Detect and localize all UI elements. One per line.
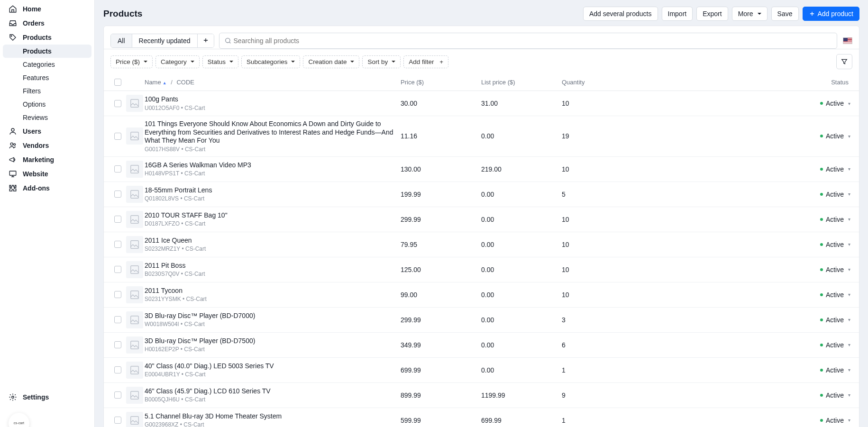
import-button[interactable]: Import bbox=[662, 7, 693, 21]
sidebar-item-filters[interactable]: Filters bbox=[0, 84, 94, 98]
status-dropdown[interactable]: Active ▾ bbox=[820, 391, 850, 399]
col-name[interactable]: Name▲ bbox=[145, 79, 167, 86]
product-thumbnail[interactable] bbox=[126, 336, 143, 354]
product-thumbnail[interactable] bbox=[126, 211, 143, 228]
tab-recently-updated[interactable]: Recently updated bbox=[132, 34, 198, 47]
row-checkbox[interactable] bbox=[114, 366, 121, 373]
cell-quantity[interactable]: 10 bbox=[562, 216, 642, 223]
cell-quantity[interactable]: 1 bbox=[562, 417, 642, 424]
table-row[interactable]: 5.1 Channel Blu-ray 3D Home Theater Syst… bbox=[104, 408, 859, 427]
cell-quantity[interactable]: 6 bbox=[562, 341, 642, 349]
save-button[interactable]: Save bbox=[771, 7, 799, 21]
product-name[interactable]: 5.1 Channel Blu-ray 3D Home Theater Syst… bbox=[145, 412, 401, 421]
cell-list-price[interactable]: 1199.99 bbox=[481, 391, 562, 399]
table-row[interactable]: 3D Blu-ray Disc™ Player (BD-D7500) H0016… bbox=[104, 333, 859, 358]
status-dropdown[interactable]: Active ▾ bbox=[820, 417, 850, 424]
table-row[interactable]: 101 Things Everyone Should Know About Ec… bbox=[104, 116, 859, 157]
cell-price[interactable]: 130.00 bbox=[401, 165, 481, 173]
cell-price[interactable]: 99.00 bbox=[401, 291, 481, 299]
cell-quantity[interactable]: 10 bbox=[562, 165, 642, 173]
row-checkbox[interactable] bbox=[114, 291, 121, 298]
cell-quantity[interactable]: 3 bbox=[562, 316, 642, 324]
row-checkbox[interactable] bbox=[114, 341, 121, 348]
cell-list-price[interactable]: 0.00 bbox=[481, 266, 562, 273]
cell-price[interactable]: 299.99 bbox=[401, 316, 481, 324]
sidebar-item-options[interactable]: Options bbox=[0, 98, 94, 111]
col-code[interactable]: CODE bbox=[176, 79, 194, 86]
table-row[interactable]: 46" Class (45.9" Diag.) LCD 610 Series T… bbox=[104, 383, 859, 408]
row-checkbox[interactable] bbox=[114, 316, 121, 323]
product-name[interactable]: 18-55mm Portrait Lens bbox=[145, 186, 401, 195]
tab-add-button[interactable] bbox=[198, 34, 214, 47]
cell-quantity[interactable]: 10 bbox=[562, 266, 642, 273]
sidebar-item-categories[interactable]: Categories bbox=[0, 58, 94, 71]
row-checkbox[interactable] bbox=[114, 165, 121, 173]
row-checkbox[interactable] bbox=[114, 133, 121, 140]
cell-quantity[interactable]: 10 bbox=[562, 100, 642, 107]
table-row[interactable]: 18-55mm Portrait Lens Q01802L8VS • CS-Ca… bbox=[104, 182, 859, 207]
col-price[interactable]: Price ($) bbox=[401, 79, 481, 86]
filter-toggle-button[interactable] bbox=[836, 54, 852, 69]
cell-price[interactable]: 125.00 bbox=[401, 266, 481, 273]
table-row[interactable]: 2011 Pit Boss B0230S7Q0V • CS-Cart 125.0… bbox=[104, 257, 859, 282]
status-dropdown[interactable]: Active ▾ bbox=[820, 291, 850, 299]
cell-quantity[interactable]: 9 bbox=[562, 391, 642, 399]
status-dropdown[interactable]: Active ▾ bbox=[820, 216, 850, 223]
cell-price[interactable]: 30.00 bbox=[401, 100, 481, 107]
product-name[interactable]: 40" Class (40.0" Diag.) LED 5003 Series … bbox=[145, 362, 401, 371]
product-thumbnail[interactable] bbox=[126, 311, 143, 328]
product-thumbnail[interactable] bbox=[126, 362, 143, 379]
select-all-checkbox[interactable] bbox=[114, 79, 121, 86]
product-thumbnail[interactable] bbox=[126, 95, 143, 112]
sidebar-item-users[interactable]: Users bbox=[0, 124, 94, 138]
product-thumbnail[interactable] bbox=[126, 412, 143, 427]
cell-list-price[interactable]: 0.00 bbox=[481, 241, 562, 248]
table-row[interactable]: 3D Blu-ray Disc™ Player (BD-D7000) W0018… bbox=[104, 308, 859, 333]
product-name[interactable]: 2011 Ice Queen bbox=[145, 236, 401, 245]
product-thumbnail[interactable] bbox=[126, 261, 143, 278]
table-row[interactable]: 16GB A Series Walkman Video MP3 H0148VPS… bbox=[104, 157, 859, 182]
sidebar-item-settings[interactable]: Settings bbox=[0, 390, 94, 404]
cell-quantity[interactable]: 10 bbox=[562, 291, 642, 299]
product-thumbnail[interactable] bbox=[126, 236, 143, 253]
cell-list-price[interactable]: 699.99 bbox=[481, 417, 562, 424]
language-flag-us[interactable] bbox=[843, 37, 852, 44]
export-button[interactable]: Export bbox=[696, 7, 728, 21]
sidebar-item-home[interactable]: Home bbox=[0, 2, 94, 16]
col-list-price[interactable]: List price ($) bbox=[481, 79, 562, 86]
table-row[interactable]: 40" Class (40.0" Diag.) LED 5003 Series … bbox=[104, 358, 859, 383]
row-checkbox[interactable] bbox=[114, 216, 121, 223]
filter-price[interactable]: Price ($) bbox=[110, 55, 153, 68]
filter-add[interactable]: Add filter + bbox=[403, 55, 448, 68]
status-dropdown[interactable]: Active ▾ bbox=[820, 266, 850, 273]
sidebar-item-addons[interactable]: Add-ons bbox=[0, 181, 94, 195]
product-name[interactable]: 100g Pants bbox=[145, 95, 401, 104]
cell-quantity[interactable]: 1 bbox=[562, 366, 642, 374]
brand-badge[interactable]: cs-cart bbox=[9, 413, 29, 427]
product-thumbnail[interactable] bbox=[126, 387, 143, 404]
cell-price[interactable]: 349.99 bbox=[401, 341, 481, 349]
search-input[interactable] bbox=[232, 34, 832, 47]
add-product-button[interactable]: Add product bbox=[803, 7, 860, 21]
tab-all[interactable]: All bbox=[111, 34, 132, 47]
sidebar-item-features[interactable]: Features bbox=[0, 71, 94, 84]
col-status[interactable]: Status bbox=[642, 79, 852, 86]
product-thumbnail[interactable] bbox=[126, 161, 143, 178]
cell-list-price[interactable]: 0.00 bbox=[481, 341, 562, 349]
cell-quantity[interactable]: 19 bbox=[562, 132, 642, 140]
row-checkbox[interactable] bbox=[114, 417, 121, 424]
row-checkbox[interactable] bbox=[114, 391, 121, 399]
cell-list-price[interactable]: 0.00 bbox=[481, 216, 562, 223]
product-name[interactable]: 2011 Pit Boss bbox=[145, 262, 401, 270]
sidebar-item-products-products[interactable]: Products bbox=[3, 45, 91, 58]
col-quantity[interactable]: Quantity bbox=[562, 79, 642, 86]
status-dropdown[interactable]: Active ▾ bbox=[820, 316, 850, 324]
row-checkbox[interactable] bbox=[114, 241, 121, 248]
product-thumbnail[interactable] bbox=[126, 186, 143, 203]
filter-sort-by[interactable]: Sort by bbox=[362, 55, 401, 68]
sidebar-item-website[interactable]: Website bbox=[0, 167, 94, 181]
cell-price[interactable]: 699.99 bbox=[401, 366, 481, 374]
product-name[interactable]: 3D Blu-ray Disc™ Player (BD-D7000) bbox=[145, 312, 401, 320]
status-dropdown[interactable]: Active ▾ bbox=[820, 191, 850, 198]
sidebar-item-products[interactable]: Products bbox=[0, 30, 94, 45]
